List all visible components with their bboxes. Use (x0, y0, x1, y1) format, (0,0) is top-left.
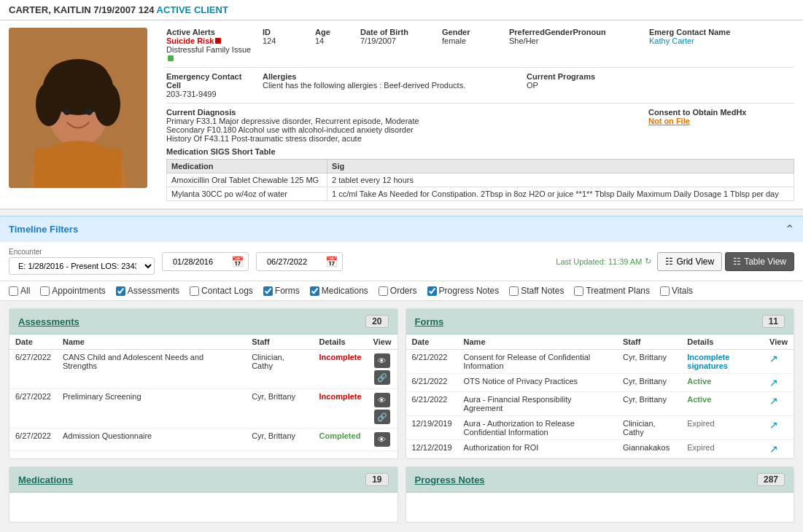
table-row: 6/21/2022 Consent for Release of Confide… (406, 350, 794, 374)
view-eye-button[interactable]: 👁 (374, 393, 390, 407)
med-sigs-med-2: Mylanta 30CC po w/4oz of water (167, 187, 327, 201)
svg-rect-11 (34, 148, 122, 188)
assessments-title[interactable]: Assessments (18, 316, 79, 327)
form-name: Aura - Authorization to Release Confiden… (458, 416, 617, 440)
assessment-details: Completed (314, 429, 368, 451)
last-updated-label: Last Updated: 11:39 AM ↻ (556, 257, 651, 266)
grid-view-button[interactable]: ☷ Grid View (657, 252, 722, 271)
checkbox-treatment-plans[interactable]: Treatment Plans (574, 286, 650, 296)
checkbox-staff-notes-input[interactable] (509, 286, 519, 296)
form-view-link[interactable]: ↗ (769, 377, 778, 388)
checkbox-forms-input[interactable] (263, 286, 273, 296)
consent-value[interactable]: Not on File (648, 117, 690, 125)
form-date: 6/21/2022 (406, 350, 458, 374)
checkbox-contact-logs-input[interactable] (190, 286, 199, 296)
form-view-link[interactable]: ↗ (769, 353, 778, 364)
forms-col-staff: Staff (617, 335, 681, 350)
checkbox-vitals[interactable]: Vitals (660, 286, 693, 296)
form-name: Authorization for ROI (458, 440, 617, 458)
filter-controls: Encounter E: 1/28/2016 - Present LOS: 23… (0, 242, 803, 281)
client-info-col: Active Alerts Suicide Risk Distressful F… (166, 28, 794, 201)
assessments-card-header: Assessments 20 (9, 309, 397, 335)
refresh-icon[interactable]: ↻ (645, 257, 651, 266)
timeline-collapse-button[interactable]: ⌃ (785, 222, 794, 236)
assessment-view: 👁 🔗 (368, 350, 397, 389)
assessment-view: 👁 🔗 (368, 389, 397, 429)
svg-point-8 (63, 108, 71, 115)
checkbox-assessments-input[interactable] (116, 286, 125, 296)
form-view-link[interactable]: ↗ (769, 395, 778, 407)
alert-red-dot (215, 38, 221, 44)
assessment-staff: Cyr, Brittany (246, 429, 313, 451)
client-dob: 7/19/2007 (93, 4, 136, 15)
date-from-input[interactable] (167, 254, 233, 269)
view-eye-button[interactable]: 👁 (374, 432, 390, 447)
forms-col-view: View (764, 335, 794, 350)
checkbox-appointments[interactable]: Appointments (40, 286, 105, 296)
med-sigs-med-1: Amoxicillin Oral Tablet Chewable 125 MG (167, 173, 327, 187)
view-link-button[interactable]: 🔗 (374, 370, 390, 385)
table-row: 12/12/2019 Authorization for ROI Giannak… (406, 440, 794, 458)
checkbox-all[interactable]: All (9, 286, 30, 296)
form-name: OTS Notice of Privacy Practices (458, 374, 617, 392)
calendar-from-icon[interactable]: 📅 (231, 256, 244, 267)
assessments-col-name: Name (57, 335, 246, 350)
checkbox-progress-notes-input[interactable] (427, 286, 437, 296)
table-view-button[interactable]: ☷ Table View (725, 252, 794, 271)
allergies-label: Allergies (263, 72, 518, 81)
checkbox-all-input[interactable] (9, 286, 18, 296)
checkbox-appointments-input[interactable] (40, 286, 50, 296)
checkbox-treatment-plans-input[interactable] (574, 286, 583, 296)
preferred-gender-label: PreferredGenderPronoun (509, 28, 640, 36)
age-label: Age (315, 28, 352, 36)
med-sigs-col-medication: Medication (167, 160, 327, 173)
med-sigs-table: Medication Sig Amoxicillin Oral Tablet C… (166, 159, 794, 201)
calendar-to-icon[interactable]: 📅 (325, 256, 338, 267)
view-btn-group: ☷ Grid View ☷ Table View (657, 252, 794, 271)
assessment-staff: Clinician, Cathy (246, 350, 313, 389)
emerg-contact-link[interactable]: Kathy Carter (649, 36, 694, 45)
view-link-button[interactable]: 🔗 (374, 410, 390, 424)
form-view: ↗ (764, 374, 794, 392)
checkbox-medications-input[interactable] (310, 286, 319, 296)
medications-badge: 19 (365, 473, 388, 486)
date-to-input[interactable] (261, 254, 327, 269)
form-view-link[interactable]: ↗ (769, 443, 778, 455)
checkbox-medications[interactable]: Medications (310, 286, 368, 296)
assessments-card: Assessments 20 Date Name Staff Details V… (9, 308, 398, 459)
diagnosis-secondary: Secondary F10.180 Alcohol use with alcoh… (166, 125, 640, 134)
client-header: CARTER, KAITLIN 7/19/2007 124 ACTIVE CLI… (0, 0, 803, 20)
forms-title[interactable]: Forms (415, 316, 444, 327)
checkbox-contact-logs[interactable]: Contact Logs (190, 286, 253, 296)
checkbox-assessments[interactable]: Assessments (116, 286, 179, 296)
form-staff: Cyr, Brittany (617, 350, 681, 374)
form-view: ↗ (764, 440, 794, 458)
encounter-select[interactable]: E: 1/28/2016 - Present LOS: 2343 (9, 257, 155, 275)
med-sigs-sig-1: 2 tablet every 12 hours (327, 173, 794, 187)
view-eye-button[interactable]: 👁 (374, 353, 390, 368)
checkbox-orders[interactable]: Orders (379, 286, 417, 296)
checkbox-staff-notes[interactable]: Staff Notes (509, 286, 564, 296)
checkbox-orders-input[interactable] (379, 286, 388, 296)
checkbox-progress-notes[interactable]: Progress Notes (427, 286, 500, 296)
forms-col-date: Date (406, 335, 458, 350)
assessment-date: 6/27/2022 (9, 429, 57, 451)
form-date: 6/21/2022 (406, 392, 458, 416)
date-from-group: 📅 (162, 252, 249, 271)
form-date: 12/19/2019 (406, 416, 458, 440)
med-sigs-sig-2: 1 cc/ml Take As Needed for Constipation.… (327, 187, 794, 201)
form-date: 6/21/2022 (406, 374, 458, 392)
checkbox-forms[interactable]: Forms (263, 286, 300, 296)
form-view-link[interactable]: ↗ (769, 419, 778, 431)
alert-suicide: Suicide Risk (166, 36, 214, 45)
table-row: 12/19/2019 Aura - Authorization to Relea… (406, 416, 794, 440)
medications-title[interactable]: Medications (18, 474, 73, 485)
form-staff: Giannakakos (617, 440, 681, 458)
form-view: ↗ (764, 416, 794, 440)
assessment-staff: Cyr, Brittany (246, 389, 313, 429)
age-value: 14 (315, 36, 352, 45)
current-programs-value: OP (527, 81, 794, 90)
progress-notes-title[interactable]: Progress Notes (415, 474, 485, 485)
date-to-group: 📅 (256, 252, 343, 271)
checkbox-vitals-input[interactable] (660, 286, 670, 296)
